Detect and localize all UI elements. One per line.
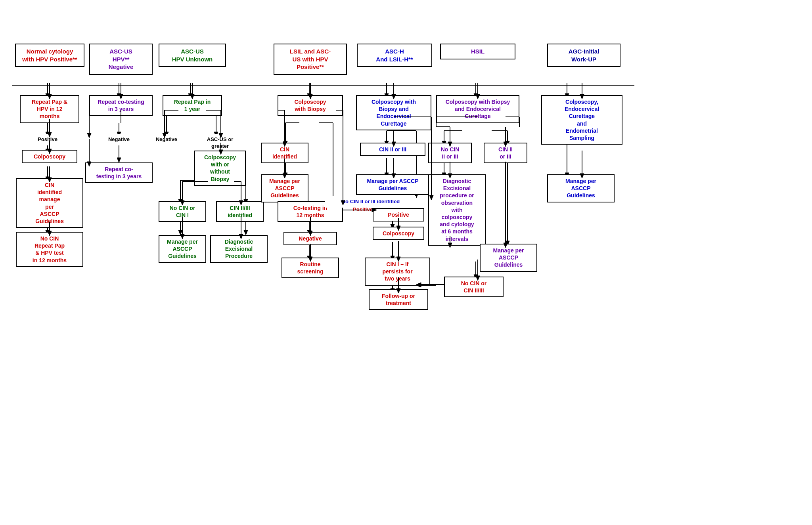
col5-header: ASC-HAnd LSIL-H** — [357, 44, 432, 67]
col6-cin23: CIN IIor III — [484, 143, 527, 163]
diagram-container: Normal cytology with HPV Positive** Repe… — [0, 0, 812, 525]
col3-repeat-pap: Repeat Pap in1 year — [163, 95, 222, 116]
svg-marker-104 — [87, 133, 91, 138]
col4-header: LSIL and ASC-US with HPVPositive** — [274, 44, 347, 75]
col1-cin-identified: CINidentifiedmanageperASCCPGuidelines — [16, 178, 83, 228]
col6-no-cin-cin23: No CIN orCIN II/III — [444, 277, 504, 297]
col2-header: ASC-USHPV**Negative — [89, 44, 153, 75]
col6-header: HSIL — [440, 44, 515, 59]
col3-ascus-label: ASC-US orgreater — [194, 134, 246, 152]
col2-negative-label: Negative — [97, 134, 141, 145]
col7-manage-asccp: Manage perASCCPGuidelines — [547, 174, 615, 202]
col2-repeat-cotesting: Repeat co-testingin 3 years — [89, 95, 153, 116]
col5-colposcopy: Colposcopy withBiopsy andEndocervicalCur… — [356, 95, 431, 130]
col6-diagnostic-excisional: DiagnosticExcisionalprocedure orobservat… — [428, 174, 486, 246]
col3-cin23: CIN II/IIIidentified — [216, 201, 264, 222]
col5-no-cin-label: No CIN II or III identified — [325, 196, 416, 208]
col6-no-cin23: No CINII or III — [428, 143, 472, 163]
col5-colposcopy2: Colposcopy — [373, 227, 424, 240]
col1-colposcopy: Colposcopy — [22, 150, 77, 163]
col3-diagnostic-excisional: DiagnosticExcisionalProcedure — [210, 235, 268, 263]
svg-marker-35 — [244, 230, 248, 235]
col4-routine: Routinescreening — [282, 258, 339, 278]
col5-cin23: CIN II or III — [360, 143, 425, 156]
svg-marker-33 — [178, 230, 182, 235]
col6-colposcopy-biopsy: Colposcopy with Biopsyand EndocervicalCu… — [436, 95, 519, 123]
col3-manage-asccp: Manage perASCCPGuidelines — [159, 235, 206, 263]
col1-no-cin: No CINRepeat Pap& HPV testin 12 months — [16, 232, 83, 267]
col3-colposcopy-biopsy: Colposcopywith orwithoutBiopsy — [194, 151, 246, 186]
col7-header: AGC-InitialWork-UP — [547, 44, 620, 67]
col4-cin-identified: CINidentified — [261, 143, 308, 163]
col1-node1: Repeat Pap &HPV in 12months — [20, 95, 79, 123]
col6-manage-asccp: Manage perASCCPGuidelines — [480, 244, 537, 272]
col1-positive-label: Positive — [26, 134, 69, 145]
svg-marker-15 — [117, 158, 121, 162]
col2-repeat-cotesting2: Repeat co-testing in 3 years — [85, 162, 153, 183]
col4-colposcopy-biopsy: Colposcopywith Biopsy — [278, 95, 343, 116]
col5-positive: Positive — [373, 208, 424, 221]
col5-manage-asccp: Manage per ASCCPGuidelines — [356, 174, 429, 195]
col1-header: Normal cytology with HPV Positive** — [15, 44, 84, 67]
col3-no-cin: No CIN orCIN I — [159, 201, 206, 222]
col4-manage-asccp: Manage perASCCPGuidelines — [261, 174, 308, 202]
col5-cin1: CIN I – Ifpersists fortwo years — [365, 258, 430, 286]
col5-followup: Follow-up ortreatment — [369, 289, 428, 310]
col3-negative-label: Negative — [147, 134, 186, 145]
col4-negative: Negative — [283, 232, 337, 245]
col3-header: ASC-USHPV Unknown — [159, 44, 226, 67]
col7-colposcopy: Colposcopy,EndocervicalCurettageandEndom… — [541, 95, 622, 145]
